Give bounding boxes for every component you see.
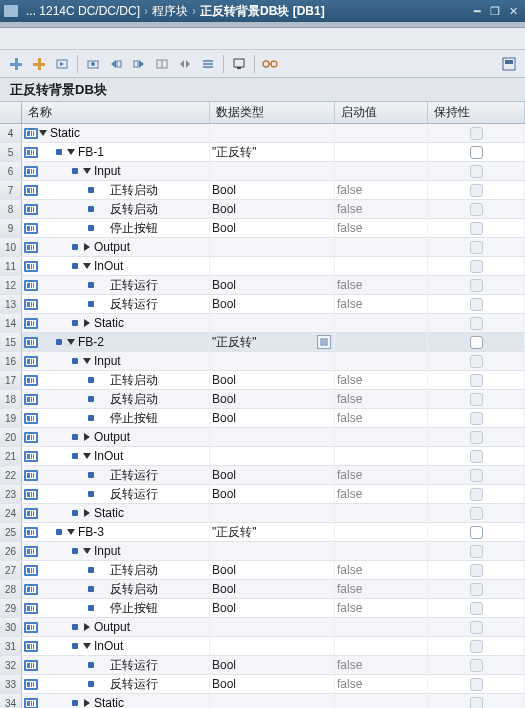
expand-toggle-icon[interactable] xyxy=(82,622,92,632)
expand-toggle-icon[interactable] xyxy=(82,356,92,366)
cell-start-value[interactable] xyxy=(335,523,428,541)
expand-toggle-icon[interactable] xyxy=(82,261,92,271)
cell-name[interactable]: 反转启动 xyxy=(22,580,210,598)
cell-start-value[interactable]: false xyxy=(335,561,428,579)
row-number[interactable]: 11 xyxy=(0,257,22,275)
row-number[interactable]: 32 xyxy=(0,656,22,674)
restore-button[interactable]: ❐ xyxy=(487,4,503,18)
table-row[interactable]: 33反转运行Boolfalse xyxy=(0,675,525,694)
cell-type[interactable] xyxy=(210,618,335,636)
table-row[interactable]: 19停止按钮Boolfalse xyxy=(0,409,525,428)
toolbar-copy-snap-icon[interactable] xyxy=(106,54,126,74)
expand-toggle-icon[interactable] xyxy=(82,546,92,556)
row-number[interactable]: 14 xyxy=(0,314,22,332)
cell-name[interactable]: 反转启动 xyxy=(22,390,210,408)
cell-name[interactable]: 正转运行 xyxy=(22,276,210,294)
cell-start-value[interactable] xyxy=(335,618,428,636)
table-row[interactable]: 9停止按钮Boolfalse xyxy=(0,219,525,238)
cell-type[interactable] xyxy=(210,694,335,708)
cell-type[interactable] xyxy=(210,162,335,180)
column-header-start[interactable]: 启动值 xyxy=(335,102,428,123)
table-row[interactable]: 11InOut xyxy=(0,257,525,276)
cell-type[interactable]: Bool xyxy=(210,599,335,617)
row-number[interactable]: 6 xyxy=(0,162,22,180)
cell-name[interactable]: Input xyxy=(22,162,210,180)
cell-type[interactable] xyxy=(210,124,335,142)
row-number[interactable]: 10 xyxy=(0,238,22,256)
cell-start-value[interactable]: false xyxy=(335,466,428,484)
cell-name[interactable]: Static xyxy=(22,314,210,332)
table-row[interactable]: 20Output xyxy=(0,428,525,447)
cell-name[interactable]: InOut xyxy=(22,447,210,465)
cell-start-value[interactable] xyxy=(335,238,428,256)
cell-start-value[interactable]: false xyxy=(335,219,428,237)
cell-type[interactable]: "正反转" xyxy=(210,333,335,351)
cell-type[interactable] xyxy=(210,238,335,256)
cell-start-value[interactable] xyxy=(335,352,428,370)
row-number[interactable]: 27 xyxy=(0,561,22,579)
table-row[interactable]: 29停止按钮Boolfalse xyxy=(0,599,525,618)
cell-type[interactable]: "正反转" xyxy=(210,523,335,541)
cell-type[interactable]: Bool xyxy=(210,295,335,313)
table-row[interactable]: 21InOut xyxy=(0,447,525,466)
row-number[interactable]: 8 xyxy=(0,200,22,218)
cell-type[interactable]: Bool xyxy=(210,466,335,484)
cell-type[interactable]: Bool xyxy=(210,181,335,199)
cell-type[interactable]: Bool xyxy=(210,485,335,503)
toolbar-init-retain-icon[interactable] xyxy=(175,54,195,74)
cell-name[interactable]: Static xyxy=(22,694,210,708)
cell-start-value[interactable]: false xyxy=(335,409,428,427)
cell-start-value[interactable] xyxy=(335,504,428,522)
row-number[interactable]: 4 xyxy=(0,124,22,142)
cell-type[interactable]: Bool xyxy=(210,390,335,408)
cell-start-value[interactable] xyxy=(335,143,428,161)
cell-name[interactable]: 正转运行 xyxy=(22,656,210,674)
cell-start-value[interactable] xyxy=(335,694,428,708)
cell-start-value[interactable]: false xyxy=(335,675,428,693)
cell-type[interactable]: Bool xyxy=(210,561,335,579)
row-number[interactable]: 24 xyxy=(0,504,22,522)
expand-toggle-icon[interactable] xyxy=(82,698,92,708)
row-number[interactable]: 17 xyxy=(0,371,22,389)
row-number[interactable]: 7 xyxy=(0,181,22,199)
cell-name[interactable]: Output xyxy=(22,618,210,636)
cell-name[interactable]: Output xyxy=(22,238,210,256)
cell-name[interactable]: Input xyxy=(22,352,210,370)
cell-start-value[interactable] xyxy=(335,257,428,275)
cell-type[interactable] xyxy=(210,257,335,275)
cell-name[interactable]: Input xyxy=(22,542,210,560)
table-row[interactable]: 24Static xyxy=(0,504,525,523)
table-row[interactable]: 10Output xyxy=(0,238,525,257)
cell-type[interactable] xyxy=(210,637,335,655)
toolbar-add-row-icon[interactable] xyxy=(29,54,49,74)
expand-toggle-icon[interactable] xyxy=(82,242,92,252)
cell-start-value[interactable] xyxy=(335,124,428,142)
cell-start-value[interactable] xyxy=(335,162,428,180)
cell-type[interactable] xyxy=(210,314,335,332)
table-row[interactable]: 22正转运行Boolfalse xyxy=(0,466,525,485)
cell-name[interactable]: Static xyxy=(22,504,210,522)
row-number[interactable]: 26 xyxy=(0,542,22,560)
row-number[interactable]: 12 xyxy=(0,276,22,294)
cell-name[interactable]: 反转启动 xyxy=(22,200,210,218)
expand-toggle-icon[interactable] xyxy=(82,508,92,518)
cell-start-value[interactable]: false xyxy=(335,656,428,674)
cell-start-value[interactable]: false xyxy=(335,181,428,199)
row-number[interactable]: 16 xyxy=(0,352,22,370)
cell-start-value[interactable]: false xyxy=(335,200,428,218)
cell-name[interactable]: 正转运行 xyxy=(22,466,210,484)
expand-toggle-icon[interactable] xyxy=(38,128,48,138)
cell-name[interactable]: 反转运行 xyxy=(22,485,210,503)
table-row[interactable]: 13反转运行Boolfalse xyxy=(0,295,525,314)
cell-start-value[interactable]: false xyxy=(335,580,428,598)
row-number[interactable]: 20 xyxy=(0,428,22,446)
toolbar-glasses-icon[interactable] xyxy=(260,54,280,74)
table-row[interactable]: 7正转启动Boolfalse xyxy=(0,181,525,200)
row-number[interactable]: 23 xyxy=(0,485,22,503)
cell-name[interactable]: FB-3 xyxy=(22,523,210,541)
cell-type[interactable] xyxy=(210,428,335,446)
cell-type[interactable]: Bool xyxy=(210,200,335,218)
expand-toggle-icon[interactable] xyxy=(66,337,76,347)
toolbar-snapshot-icon[interactable] xyxy=(83,54,103,74)
table-row[interactable]: 30Output xyxy=(0,618,525,637)
